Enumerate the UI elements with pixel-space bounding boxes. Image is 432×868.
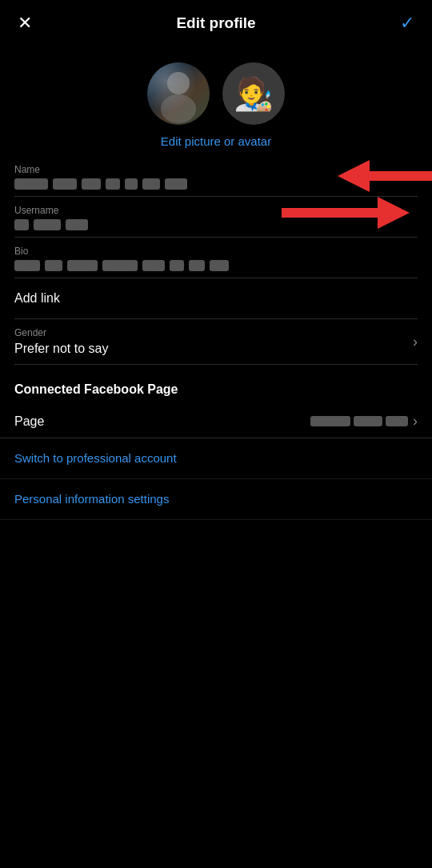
- page-value: [310, 416, 408, 426]
- avatar-section: 🧑‍🎨 Edit picture or avatar: [0, 46, 432, 156]
- name-label: Name: [14, 164, 418, 175]
- gender-label: Gender: [14, 327, 108, 338]
- personal-information-button[interactable]: Personal information settings: [14, 492, 169, 506]
- bio-label: Bio: [14, 246, 418, 257]
- switch-professional-button[interactable]: Switch to professional account: [14, 451, 177, 465]
- connected-facebook-title: Connected Facebook Page: [0, 365, 432, 405]
- bio-field[interactable]: Bio: [14, 238, 418, 278]
- close-button[interactable]: ✕: [14, 11, 35, 35]
- personal-information-row[interactable]: Personal information settings: [0, 479, 432, 520]
- avatar-row: 🧑‍🎨: [147, 62, 285, 125]
- edit-picture-button[interactable]: Edit picture or avatar: [161, 134, 271, 148]
- username-label: Username: [14, 205, 418, 216]
- page-label: Page: [14, 414, 44, 429]
- username-value: [14, 219, 418, 230]
- header: ✕ Edit profile ✓: [0, 0, 432, 46]
- switch-professional-row[interactable]: Switch to professional account: [0, 438, 432, 479]
- save-button[interactable]: ✓: [397, 11, 418, 35]
- username-field[interactable]: Username: [14, 197, 418, 238]
- bio-value: [14, 260, 418, 271]
- form-section: Name Username Bio: [0, 156, 432, 365]
- connected-facebook-section: Connected Facebook Page Page ›: [0, 365, 432, 438]
- gender-value: Prefer not to say: [14, 342, 108, 356]
- add-link-row[interactable]: Add link: [14, 278, 418, 319]
- page-title: Edit profile: [176, 14, 255, 32]
- page-right: ›: [310, 413, 418, 430]
- page-chevron-icon: ›: [413, 413, 418, 430]
- name-field[interactable]: Name: [14, 156, 418, 197]
- gender-left: Gender Prefer not to say: [14, 327, 108, 356]
- gender-chevron-icon: ›: [413, 334, 418, 350]
- add-link-label: Add link: [14, 291, 60, 305]
- gender-row[interactable]: Gender Prefer not to say ›: [14, 319, 418, 365]
- name-value: [14, 178, 418, 190]
- profile-photo[interactable]: [147, 62, 210, 125]
- page-row[interactable]: Page ›: [0, 405, 432, 438]
- avatar-cartoon[interactable]: 🧑‍🎨: [222, 62, 285, 125]
